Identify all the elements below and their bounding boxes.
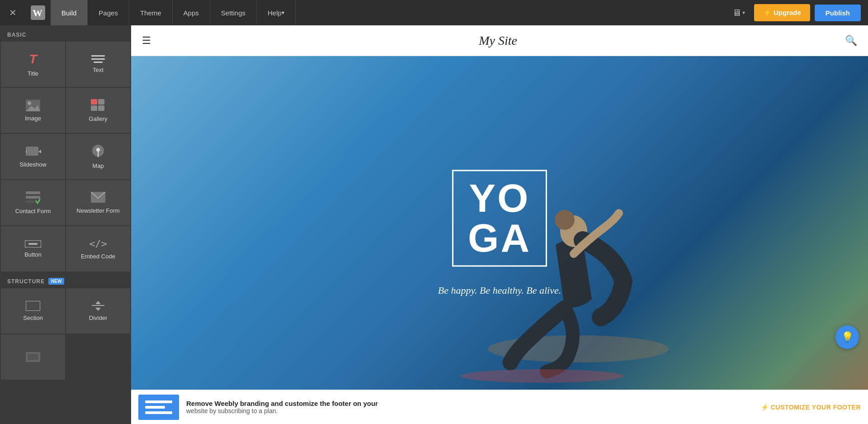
sidebar-item-slideshow-label: Slideshow — [19, 161, 46, 168]
yoga-logo-box: YO GA — [452, 170, 547, 267]
extra-icon — [26, 352, 40, 362]
footer-preview-line-1 — [145, 400, 172, 403]
title-icon: T — [29, 52, 37, 67]
tab-theme[interactable]: Theme — [129, 0, 173, 25]
site-header: ☰ My Site 🔍 — [131, 25, 868, 56]
footer-text: Remove Weebly branding and customize the… — [186, 400, 754, 414]
divider-icon — [92, 301, 104, 311]
top-nav: ✕ W Build Pages Theme Apps Settings Help… — [0, 0, 868, 25]
sidebar-item-divider-label: Divider — [89, 314, 107, 321]
sidebar-item-contact-form-label: Contact Form — [15, 208, 51, 214]
svg-rect-20 — [26, 301, 40, 311]
sidebar-item-title[interactable]: T Title — [1, 42, 65, 87]
svg-point-29 — [461, 369, 623, 383]
svg-point-28 — [555, 210, 575, 230]
sidebar-item-button[interactable]: Button — [1, 226, 65, 272]
gallery-icon — [91, 99, 105, 112]
newsletter-form-icon — [91, 192, 105, 204]
sidebar-item-map[interactable]: Map — [66, 134, 130, 179]
footer-preview-lines — [145, 400, 172, 414]
image-icon — [26, 100, 40, 111]
svg-point-3 — [28, 101, 31, 105]
nav-tabs: Build Pages Theme Apps Settings Help — [51, 0, 728, 25]
footer-banner: Remove Weebly branding and customize the… — [131, 390, 868, 424]
svg-text:W: W — [33, 7, 42, 19]
sidebar-item-text[interactable]: Text — [66, 42, 130, 87]
svg-rect-6 — [98, 99, 104, 105]
sidebar-item-text-label: Text — [93, 67, 104, 73]
structure-grid: Section Divider — [0, 288, 131, 333]
sidebar-item-image-label: Image — [25, 115, 41, 122]
footer-preview-image — [138, 395, 179, 420]
sidebar-item-embed-code[interactable]: </> Embed Code — [66, 226, 130, 272]
svg-rect-7 — [91, 105, 97, 111]
svg-rect-14 — [26, 191, 40, 194]
svg-rect-5 — [91, 99, 97, 105]
hero-image — [352, 56, 759, 390]
footer-preview-line-3 — [145, 411, 172, 414]
customize-footer-button[interactable]: ⚡ CUSTOMIZE YOUR FOOTER — [761, 404, 861, 411]
extra-grid — [0, 334, 131, 380]
desktop-icon: 🖥 — [732, 8, 741, 18]
sidebar-item-gallery-label: Gallery — [89, 115, 107, 122]
tab-help[interactable]: Help — [257, 0, 296, 25]
weebly-logo: W — [25, 5, 51, 20]
svg-rect-9 — [26, 147, 38, 156]
svg-rect-8 — [98, 105, 104, 111]
footer-preview-line-2 — [145, 406, 165, 409]
close-button[interactable]: ✕ — [0, 7, 25, 18]
sidebar-item-map-label: Map — [92, 162, 104, 169]
canvas-area: ☰ My Site 🔍 — [131, 25, 868, 424]
upgrade-button[interactable]: ⚡ Upgrade — [754, 4, 810, 21]
slideshow-icon — [25, 146, 41, 157]
sidebar-item-section-label: Section — [23, 314, 42, 321]
nav-right: 🖥 ▾ ⚡ Upgrade Publish — [728, 4, 868, 21]
footer-main-text: Remove Weebly branding and customize the… — [186, 400, 754, 407]
sidebar-item-contact-form[interactable]: Contact Form — [1, 180, 65, 225]
sidebar-item-divider[interactable]: Divider — [66, 288, 130, 333]
hero-tagline: Be happy. Be healthy. Be alive. — [438, 285, 561, 296]
svg-rect-16 — [26, 200, 35, 203]
sidebar: BASIC T Title Text — [0, 25, 131, 424]
tab-build[interactable]: Build — [51, 0, 88, 25]
site-title: My Site — [151, 33, 845, 48]
sidebar-item-embed-code-label: Embed Code — [81, 253, 115, 260]
sidebar-item-newsletter-label: Newsletter Form — [76, 207, 119, 214]
new-badge: NEW — [48, 278, 64, 285]
sidebar-item-section[interactable]: Section — [1, 288, 65, 333]
structure-label: STRUCTURE — [7, 278, 45, 285]
tab-apps[interactable]: Apps — [173, 0, 210, 25]
embed-code-icon: </> — [89, 238, 107, 249]
yoga-text-line2: GA — [468, 218, 531, 258]
search-icon[interactable]: 🔍 — [845, 35, 857, 47]
svg-rect-22 — [92, 305, 104, 306]
tab-settings[interactable]: Settings — [210, 0, 257, 25]
svg-rect-15 — [26, 196, 40, 199]
hamburger-icon[interactable]: ☰ — [142, 35, 151, 47]
structure-header: STRUCTURE NEW — [0, 272, 131, 288]
sidebar-item-slideshow[interactable]: Slideshow — [1, 134, 65, 179]
device-selector[interactable]: 🖥 ▾ — [728, 5, 750, 21]
basic-section-label: BASIC — [0, 25, 131, 42]
tab-pages[interactable]: Pages — [88, 0, 129, 25]
map-icon — [92, 144, 104, 159]
svg-rect-19 — [28, 243, 38, 245]
yoga-text-line1: YO — [468, 178, 531, 218]
sidebar-item-extra[interactable] — [1, 334, 65, 380]
sidebar-item-image[interactable]: Image — [1, 88, 65, 133]
svg-marker-10 — [38, 150, 41, 153]
device-arrow: ▾ — [742, 10, 745, 16]
publish-button[interactable]: Publish — [815, 5, 861, 21]
button-icon — [25, 240, 41, 248]
hero-section: YO GA Be happy. Be healthy. Be alive. 💡 — [131, 56, 868, 390]
floating-lightbulb-button[interactable]: 💡 — [835, 325, 859, 349]
svg-marker-23 — [95, 308, 101, 311]
sidebar-item-gallery[interactable]: Gallery — [66, 88, 130, 133]
basic-grid: T Title Text — [0, 42, 131, 272]
contact-form-icon — [26, 191, 40, 204]
sidebar-item-newsletter-form[interactable]: Newsletter Form — [66, 180, 130, 225]
svg-marker-21 — [95, 301, 101, 304]
svg-rect-25 — [28, 354, 38, 360]
section-icon — [26, 301, 40, 311]
sidebar-item-title-label: Title — [28, 70, 38, 77]
